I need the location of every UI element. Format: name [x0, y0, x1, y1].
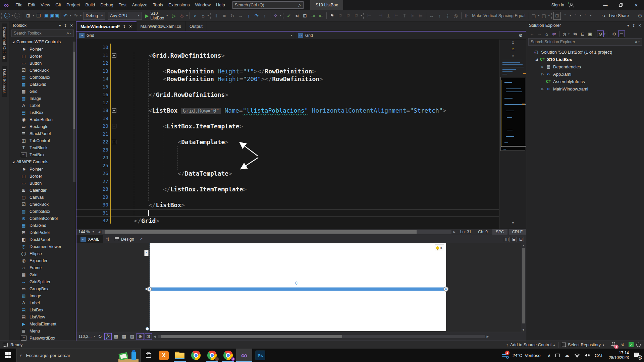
find-in-files-icon[interactable]: ⌕: [191, 12, 199, 20]
toolbox-item-datepicker[interactable]: ⊟DatePicker: [9, 229, 76, 236]
minimap-viewport[interactable]: [500, 77, 525, 151]
menu-tools[interactable]: Tools: [150, 0, 166, 10]
lightbulb-suggestion-icon[interactable]: ▶: [435, 244, 444, 251]
scroll-left-icon[interactable]: ◀: [152, 335, 157, 338]
align-middles-icon[interactable]: ⊧: [409, 12, 416, 20]
toolbox-item-grid[interactable]: ▦Grid: [9, 88, 76, 95]
close-tab-icon[interactable]: ✕: [129, 24, 132, 29]
prev-bookmark-icon[interactable]: ⚐: [336, 12, 344, 20]
menu-debug[interactable]: Debug: [98, 0, 116, 10]
code-line-11[interactable]: 11− <Grid.RowDefinitions>: [76, 52, 499, 60]
fold-collapse-icon[interactable]: −: [112, 140, 116, 144]
format-selection-icon[interactable]: ⇤: [317, 12, 325, 20]
tree-item-s10-listbox[interactable]: ◢C#S10 ListBox: [526, 56, 644, 63]
collapse-pane-icon[interactable]: ⊡: [518, 237, 524, 242]
code-line-18[interactable]: 18− <ListBox Grid.Row="0" Name="llistaPo…: [76, 107, 499, 115]
code-line-10[interactable]: 10: [76, 44, 499, 52]
tree-item-mainwindow-xaml[interactable]: ▷‹›MainWindow.xaml: [526, 85, 644, 93]
tab-design[interactable]: Design: [112, 237, 137, 242]
toolbox-item-button[interactable]: ▭Button: [9, 180, 76, 187]
code-line-21[interactable]: 21: [76, 130, 499, 138]
warning-icon[interactable]: ⚠: [500, 46, 526, 52]
swap-panes-icon[interactable]: ⇅: [103, 237, 112, 242]
code-line-20[interactable]: 20− <ListBox.ItemTemplate>: [76, 122, 499, 130]
toolbox-search-input[interactable]: Search Toolbox ⌕▾: [11, 29, 74, 37]
task-status-icon[interactable]: ↯: [621, 342, 625, 347]
row-resize-handle-left[interactable]: [147, 287, 152, 292]
restart-icon[interactable]: ↻: [229, 12, 236, 20]
menu-window[interactable]: Window: [193, 0, 213, 10]
pause-icon[interactable]: ‖: [213, 12, 220, 20]
taskbar-app-chrome-avatar[interactable]: [204, 349, 220, 362]
back-icon[interactable]: ←: [529, 31, 535, 37]
layout-grid-icon[interactable]: ⊞: [553, 12, 561, 20]
dropdown-caret-icon[interactable]: ▾: [32, 14, 34, 17]
menu-analyze[interactable]: Analyze: [129, 0, 150, 10]
dropdown-caret-icon[interactable]: ▾: [360, 14, 362, 17]
fold-collapse-icon[interactable]: −: [112, 124, 116, 128]
nav-back-icon[interactable]: ←: [3, 12, 11, 20]
code-line-23[interactable]: 23: [76, 146, 499, 154]
pin-tab-icon[interactable]: ↧: [123, 24, 126, 29]
forward-icon[interactable]: →: [536, 31, 543, 37]
toolbox-item-textbox[interactable]: abTextBox: [9, 151, 76, 158]
toolbox-item-mediaelement[interactable]: ▶MediaElement: [9, 320, 76, 327]
code-line-28[interactable]: 28 </ListBox.ItemTemplate>: [76, 185, 499, 193]
edit-parts-icon[interactable]: “: [582, 12, 589, 20]
toggle-bookmark-icon[interactable]: ⚑: [328, 12, 336, 20]
start-no-debug-icon[interactable]: ▷: [170, 12, 177, 20]
expander-icon[interactable]: ▷: [540, 87, 545, 90]
start-debugging-button[interactable]: ▶S10 ListBox▾: [145, 11, 168, 20]
menu-file[interactable]: File: [13, 0, 25, 10]
toolbox-item-border[interactable]: ▢Border: [9, 53, 76, 60]
toolbox-item-image[interactable]: ▧Image: [9, 292, 76, 299]
line-ending-indicator[interactable]: CRLF: [509, 229, 526, 235]
row-height-toggle[interactable]: [146, 327, 149, 330]
pending-changes-filter-icon[interactable]: ◷: [561, 31, 568, 37]
toolbox-item-button[interactable]: ▭Button: [9, 60, 76, 67]
tab-xaml[interactable]: ‹› XAML: [76, 235, 103, 243]
menu-help[interactable]: Help: [213, 0, 228, 10]
scroll-left-icon[interactable]: ◀: [97, 230, 102, 234]
edit-style-icon[interactable]: “: [561, 12, 569, 20]
snap-grid-icon[interactable]: ▩: [120, 333, 128, 340]
code-line-17[interactable]: 17: [76, 99, 499, 107]
add-item-icon[interactable]: ⌂: [199, 12, 207, 20]
toolbox-item-calendar[interactable]: ⊞Calendar: [9, 187, 76, 194]
solution-search-input[interactable]: Search Solution Explorer ⌕▾: [528, 38, 642, 46]
toolbox-item-listview[interactable]: ▤ListView: [9, 313, 76, 320]
next-bookmark-icon[interactable]: ⚐: [344, 12, 352, 20]
menu-test[interactable]: Test: [116, 0, 129, 10]
toolbox-item-canvas[interactable]: ▢Canvas: [9, 194, 76, 201]
notifications-bell-button[interactable]: 3: [611, 342, 616, 348]
preview-selected-icon[interactable]: ▭: [618, 31, 625, 37]
save-all-icon[interactable]: ▣▣: [51, 12, 58, 20]
feedback-icon[interactable]: [3, 343, 8, 347]
live-share-icon[interactable]: ↪: [600, 12, 607, 20]
dropdown-caret-icon[interactable]: ▾: [69, 14, 71, 17]
ungroup-icon[interactable]: ▢: [540, 12, 548, 20]
debug-config-select[interactable]: Debug▾: [83, 12, 105, 20]
designer-vscrollbar[interactable]: ▲▼: [521, 243, 526, 332]
pin-icon[interactable]: ↧: [632, 23, 635, 28]
horizontal-split-icon[interactable]: ⊟: [511, 237, 517, 242]
tree-item-solution-s10-listbox-1-of-1-project[interactable]: ▢∞Solution 'S10 ListBox' (1 of 1 project…: [526, 48, 644, 56]
toolbox-item-pointer[interactable]: ▶Pointer: [9, 46, 76, 53]
code-line-22[interactable]: 22− <DataTemplate>: [76, 138, 499, 146]
expander-icon[interactable]: ◢: [534, 58, 539, 61]
toolbox-item-groupbox[interactable]: ▭GroupBox: [9, 285, 76, 292]
design-surface[interactable]: ▶ 0 * ▶ ▲▼: [76, 243, 526, 332]
side-tab-document-outline[interactable]: Document Outline: [2, 23, 7, 62]
designer-zoom-select[interactable]: 110,2...▾: [76, 334, 96, 339]
show-all-files-icon[interactable]: ⊙: [597, 31, 604, 37]
refresh-icon[interactable]: ↻: [96, 333, 104, 340]
scroll-right-icon[interactable]: ▶: [485, 335, 490, 338]
group-icon[interactable]: ▢: [530, 12, 537, 20]
volume-icon[interactable]: [585, 353, 590, 358]
close-button[interactable]: ✕: [629, 0, 644, 10]
toolbox-item-listbox[interactable]: ▤ListBox: [9, 306, 76, 313]
expander-icon[interactable]: ▷: [540, 72, 545, 76]
toolbox-item-passwordbox[interactable]: **PasswordBox: [9, 335, 76, 341]
code-line-31[interactable]: 31: [76, 209, 499, 217]
document-outline-icon[interactable]: ⊞: [301, 12, 309, 20]
